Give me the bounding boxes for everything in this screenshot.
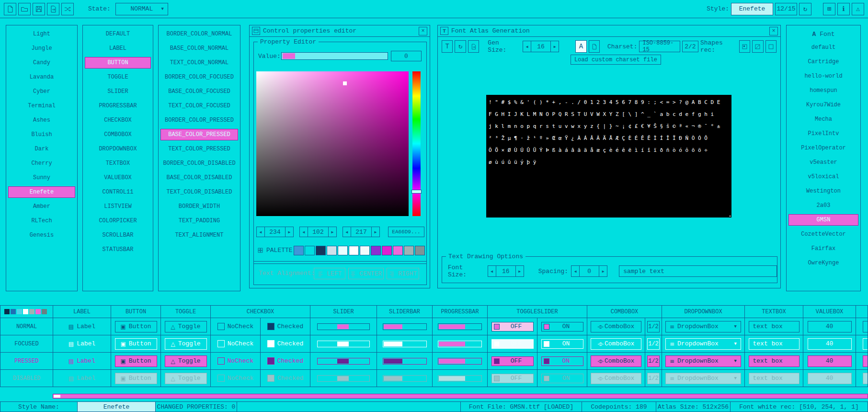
sample-text-input[interactable]: sample text <box>619 265 777 277</box>
sample-button-focused[interactable]: ▣Button <box>115 338 157 350</box>
atlas-export-button[interactable] <box>468 40 479 53</box>
style-item-sunny[interactable]: Sunny <box>8 172 75 183</box>
open-file-button[interactable] <box>18 3 31 15</box>
spinner-right-icon[interactable]: ▶ <box>328 227 337 237</box>
style-item-enefete[interactable]: Enefete <box>8 186 75 198</box>
sample-combobox-count-focused[interactable]: 1/2 <box>647 338 660 350</box>
style-item-terminal[interactable]: Terminal <box>8 100 75 112</box>
control-item-listview[interactable]: LISTVIEW <box>85 201 151 212</box>
sample-toggleslider-on-focused[interactable]: ON <box>541 339 583 349</box>
palette-color-2[interactable] <box>316 246 326 255</box>
fa-titlebar[interactable]: T Font Atlas Generation × <box>438 25 780 37</box>
sample-combobox-pressed[interactable]: ◁▷ComboBox <box>591 355 641 367</box>
control-item-label[interactable]: LABEL <box>85 43 151 54</box>
spinner-right-icon[interactable]: ▶ <box>599 265 607 277</box>
font-item-fairfax[interactable]: Fairfax <box>788 243 858 254</box>
control-item-dropdownbox[interactable]: DROPDOWNBOX <box>85 143 151 155</box>
property-item-base-color-disabled[interactable]: BASE_COLOR_DISABLED <box>160 172 238 183</box>
export-style-button[interactable] <box>47 3 59 15</box>
sample-textbox-normal[interactable]: text box <box>749 321 799 332</box>
sample-slider-normal[interactable] <box>317 323 370 330</box>
sample-label-pressed[interactable]: ▤Label <box>69 357 95 365</box>
font-item-owrekynge[interactable]: OwreKynge <box>788 257 858 269</box>
hex-value-box[interactable]: EA66D9... <box>388 227 424 237</box>
font-item-2a03[interactable]: 2a03 <box>788 200 858 211</box>
style-item-amber[interactable]: Amber <box>8 201 75 212</box>
palette-color-8[interactable] <box>382 246 392 255</box>
style-name-box[interactable]: Enefete <box>731 3 773 15</box>
font-item-pixelintv[interactable]: PixelIntv <box>788 128 858 139</box>
control-item-colorpicker[interactable]: COLORPICKER <box>85 215 151 227</box>
sample-dropdownbox-focused[interactable]: ≡DropdownBox▼ <box>665 338 741 350</box>
font-item-mecha[interactable]: Mecha <box>788 114 858 125</box>
sample-checkbox-unchecked-pressed[interactable]: NoCheck <box>217 357 254 365</box>
sample-textbox-focused[interactable]: text box <box>749 338 799 350</box>
sample-textbox-pressed[interactable]: text box <box>749 355 799 367</box>
sample-dropdownbox-pressed[interactable]: ≡DropdownBox▼ <box>665 355 741 367</box>
red-value[interactable]: 234 <box>265 227 285 237</box>
property-item-text-color-normal[interactable]: TEXT_COLOR_NORMAL <box>160 57 238 69</box>
sample-toggle-focused[interactable]: △Toggle <box>165 338 207 350</box>
random-style-button[interactable] <box>61 3 74 15</box>
font-item-hello-world[interactable]: hello-world <box>788 70 858 82</box>
style-item-ashes[interactable]: Ashes <box>8 114 75 126</box>
spinner-right-icon[interactable]: ▶ <box>515 265 524 277</box>
pe-titlebar[interactable]: Control properties editor × <box>250 25 430 37</box>
state-dropdown[interactable]: NORMAL ▼ <box>115 3 168 15</box>
table-horizontal-scrollbar[interactable] <box>53 394 868 399</box>
sample-toggleslider-off-focused[interactable]: OFF <box>491 339 534 349</box>
sample-progressbar-normal[interactable] <box>438 323 482 330</box>
sample-toggleslider-off-normal[interactable]: OFF <box>491 322 534 332</box>
close-icon[interactable]: × <box>419 27 427 35</box>
control-item-valuebox[interactable]: VALUEBOX <box>85 172 151 183</box>
property-item-text-padding[interactable]: TEXT_PADDING <box>160 215 238 227</box>
property-item-border-color-normal[interactable]: BORDER_COLOR_NORMAL <box>160 28 238 40</box>
green-value[interactable]: 102 <box>308 227 328 237</box>
font-item-westington[interactable]: Westington <box>788 185 858 197</box>
sample-combobox-count-normal[interactable]: 1/2 <box>647 321 660 332</box>
font-item-kyrou7wide[interactable]: Kyrou7Wide <box>788 99 858 111</box>
font-size-value[interactable]: 16 <box>496 265 515 277</box>
palette-color-5[interactable] <box>349 246 359 255</box>
control-item-statusbar[interactable]: STATUSBAR <box>85 244 151 255</box>
sample-button-normal[interactable]: ▣Button <box>115 321 157 332</box>
reload-style-button[interactable]: ↻ <box>799 3 811 15</box>
property-item-base-color-pressed[interactable]: BASE_COLOR_PRESSED <box>160 129 238 140</box>
font-atlas-canvas[interactable]: ! " # $ % & ' ( ) * + , - . / 0 1 2 3 4 … <box>486 95 731 217</box>
sample-combobox-count-pressed[interactable]: 1/2 <box>647 355 660 367</box>
font-item-v5loxical[interactable]: v5loxical <box>788 171 858 183</box>
palette-color-11[interactable] <box>415 246 425 255</box>
control-item-textbox[interactable]: TEXTBOX <box>85 158 151 169</box>
charset-value-box[interactable]: ISO-8859-15 <box>639 41 680 52</box>
spinner-left-icon[interactable]: ◀ <box>488 265 496 277</box>
font-item-default[interactable]: default <box>788 42 858 53</box>
property-item-border-color-pressed[interactable]: BORDER_COLOR_PRESSED <box>160 114 238 126</box>
sample-clipped-pressed[interactable] <box>863 355 868 367</box>
spinner-left-icon[interactable]: ◀ <box>523 41 531 52</box>
style-item-bluish[interactable]: Bluish <box>8 129 75 140</box>
sample-valuebox-focused[interactable]: 40 <box>808 338 852 350</box>
style-item-lavanda[interactable]: Lavanda <box>8 71 75 83</box>
shapes-rec-diagonal-button[interactable] <box>752 40 763 53</box>
sample-sliderbar-pressed[interactable] <box>383 358 427 365</box>
style-item-cherry[interactable]: Cherry <box>8 158 75 169</box>
close-icon[interactable]: × <box>769 27 778 35</box>
control-item-toggle[interactable]: TOGGLE <box>85 71 151 83</box>
palette-color-7[interactable] <box>371 246 381 255</box>
style-item-jungle[interactable]: Jungle <box>8 43 75 54</box>
spinner-left-icon[interactable]: ◀ <box>343 227 351 237</box>
property-item-border-color-disabled[interactable]: BORDER_COLOR_DISABLED <box>160 158 238 169</box>
charset-file-button[interactable] <box>589 40 600 53</box>
control-item-combobox[interactable]: COMBOBOX <box>85 129 151 140</box>
sample-toggleslider-on-normal[interactable]: ON <box>541 322 583 332</box>
sample-checkbox-unchecked-normal[interactable]: NoCheck <box>217 323 254 330</box>
value-slider-handle[interactable] <box>283 53 295 59</box>
palette-color-0[interactable] <box>294 246 304 255</box>
sample-checkbox-checked-focused[interactable]: Checked <box>267 340 304 347</box>
sample-label-focused[interactable]: ▤Label <box>69 340 95 347</box>
style-item-cyber[interactable]: Cyber <box>8 86 75 97</box>
info-button[interactable]: ℹ <box>837 3 850 15</box>
value-box[interactable]: 0 <box>391 51 422 61</box>
sample-checkbox-checked-pressed[interactable]: Checked <box>267 357 304 365</box>
shapes-rec-empty-button[interactable] <box>765 40 777 53</box>
